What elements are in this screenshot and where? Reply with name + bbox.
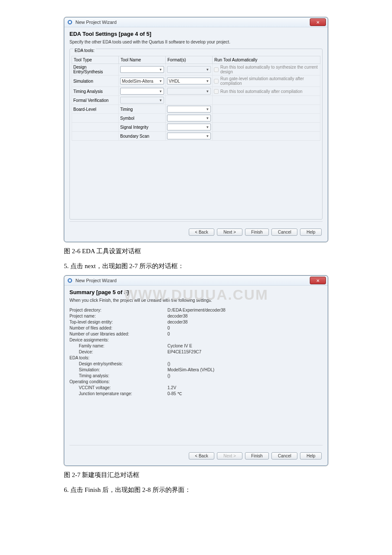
summary-key: Operating conditions:: [69, 379, 167, 384]
page-title: Summary [page 5 of 5]: [69, 289, 323, 295]
back-button[interactable]: < Back: [189, 228, 215, 236]
finish-button[interactable]: Finish: [245, 228, 269, 236]
figure-caption-26: 图 2-6 EDA 工具设置对话框: [64, 247, 328, 255]
chevron-down-icon: ▼: [206, 125, 209, 129]
wizard-dialog-page5: New Project Wizard ✕ WWW.DUUUA.CUM Summa…: [64, 275, 328, 466]
summary-key: Junction temperature range:: [69, 391, 167, 396]
summary-key: Project name:: [69, 314, 167, 318]
tool-type-cell: [72, 123, 119, 132]
board-subtype: Timing: [119, 105, 166, 114]
page-subtitle: Specify the other EDA tools used with th…: [69, 40, 323, 44]
summary-row: EDA tools:: [69, 355, 323, 361]
combo[interactable]: ModelSim-Altera▼: [120, 78, 164, 84]
board-subtype: Signal Integrity: [119, 123, 166, 132]
chevron-down-icon: ▼: [206, 90, 209, 93]
summary-row: Device:EP4CE115F29C7: [69, 349, 323, 355]
chevron-down-icon: ▼: [159, 98, 162, 102]
table-row: Boundary Scan▼: [72, 132, 320, 141]
page-title: EDA Tool Settings [page 4 of 5]: [69, 31, 323, 37]
step-5-text: 5. 点击 next，出现如图 2-7 所示的对话框：: [64, 262, 328, 270]
summary-key: Top-level design entity:: [69, 320, 167, 324]
step-6-text: 6. 点击 Finish 后，出现如图 2-8 所示的界面：: [64, 486, 328, 494]
tool-type-cell: [72, 114, 119, 123]
cancel-button[interactable]: Cancel: [271, 452, 297, 460]
combo[interactable]: ▼: [120, 88, 164, 95]
table-row: Formal Verification▼: [72, 96, 320, 105]
summary-value: (): [167, 373, 170, 378]
combo: ▼: [120, 97, 164, 104]
auto-run-checkbox[interactable]: Run gate-level simulation automatically …: [214, 76, 319, 86]
footer-buttons: < Back Next > Finish Cancel Help: [69, 450, 323, 460]
chevron-down-icon: ▼: [206, 79, 209, 83]
next-button[interactable]: Next >: [217, 228, 242, 236]
table-row: SimulationModelSim-Altera▼VHDL▼Run gate-…: [72, 75, 320, 87]
col-tool-type: Tool Type: [72, 56, 119, 64]
figure-caption-27: 图 2-7 新建项目汇总对话框: [64, 471, 328, 479]
tool-type-cell: Timing Analysis: [72, 87, 119, 96]
wizard-dialog-page4: New Project Wizard ✕ EDA Tool Settings […: [64, 17, 328, 242]
close-button[interactable]: ✕: [310, 277, 326, 284]
combo[interactable]: ▼: [167, 124, 211, 130]
summary-value: decoder38: [167, 320, 187, 324]
window-title: New Project Wizard: [75, 278, 117, 283]
eda-tools-table: Tool Type Tool Name Format(s) Run Tool A…: [72, 56, 320, 141]
summary-row: Family name:Cyclone IV E: [69, 343, 323, 349]
summary-row: Project name:decoder38: [69, 313, 323, 319]
group-legend: EDA tools:: [73, 48, 96, 53]
summary-row: Number of files added:0: [69, 325, 323, 331]
summary-key: Design entry/synthesis:: [69, 361, 167, 366]
summary-row: Junction temperature range:0-85 ℃: [69, 390, 323, 396]
summary-row: VCCINT voltage:1.2V: [69, 384, 323, 390]
summary-list: Project directory:D:/EDA Experiment/deco…: [69, 307, 323, 396]
board-subtype: Symbol: [119, 114, 166, 123]
summary-row: Operating conditions:: [69, 379, 323, 384]
table-row: Timing Analysis▼▼Run this tool automatic…: [72, 87, 320, 96]
app-icon: [67, 278, 73, 283]
auto-run-checkbox[interactable]: Run this tool automatically to synthesiz…: [214, 65, 319, 74]
back-button[interactable]: < Back: [189, 452, 215, 460]
help-button[interactable]: Help: [300, 452, 322, 460]
chevron-down-icon: ▼: [159, 79, 162, 83]
tool-type-cell: Formal Verification: [72, 96, 119, 105]
summary-value: 0: [167, 332, 170, 336]
svg-rect-1: [69, 21, 71, 23]
summary-key: Project directory:: [69, 308, 167, 312]
summary-value: (): [167, 361, 170, 366]
app-icon: [67, 19, 73, 25]
summary-row: Design entry/synthesis: (): [69, 361, 323, 367]
combo[interactable]: ▼: [167, 115, 211, 121]
chevron-down-icon: ▼: [206, 68, 209, 72]
summary-value: 0-85 ℃: [167, 391, 182, 396]
table-row: Design Entry/Synthesis▼▼Run this tool au…: [72, 64, 320, 75]
combo: ▼: [167, 88, 211, 95]
titlebar[interactable]: New Project Wizard ✕: [64, 276, 328, 286]
titlebar[interactable]: New Project Wizard ✕: [64, 17, 328, 27]
footer-buttons: < Back Next > Finish Cancel Help: [69, 226, 323, 237]
chevron-down-icon: ▼: [159, 90, 162, 93]
cancel-button[interactable]: Cancel: [271, 228, 297, 236]
chevron-down-icon: ▼: [206, 116, 209, 120]
tool-type-cell: [72, 132, 119, 141]
table-row: Symbol▼: [72, 114, 320, 123]
summary-value: D:/EDA Experiment/decoder38: [167, 308, 225, 312]
help-button[interactable]: Help: [300, 228, 322, 236]
combo[interactable]: ▼: [167, 133, 211, 139]
auto-run-checkbox[interactable]: Run this tool automatically after compil…: [214, 89, 319, 94]
close-icon: ✕: [316, 278, 320, 283]
summary-row: Timing analysis: (): [69, 373, 323, 379]
summary-value: decoder38: [167, 314, 187, 318]
svg-rect-3: [69, 279, 71, 281]
eda-tools-group: EDA tools: Tool Type Tool Name Format(s)…: [69, 49, 323, 220]
summary-row: Project directory:D:/EDA Experiment/deco…: [69, 307, 323, 313]
combo[interactable]: ▼: [120, 66, 164, 73]
combo[interactable]: VHDL▼: [167, 78, 211, 84]
summary-key: EDA tools:: [69, 356, 167, 360]
window-title: New Project Wizard: [75, 20, 117, 25]
summary-row: Top-level design entity:decoder38: [69, 319, 323, 325]
page-subtitle: When you click Finish, the project will …: [69, 298, 323, 303]
combo[interactable]: ▼: [167, 106, 211, 113]
summary-row: Device assignments:: [69, 337, 323, 343]
finish-button[interactable]: Finish: [245, 452, 269, 460]
summary-key: Family name:: [69, 344, 167, 348]
close-button[interactable]: ✕: [310, 18, 326, 26]
